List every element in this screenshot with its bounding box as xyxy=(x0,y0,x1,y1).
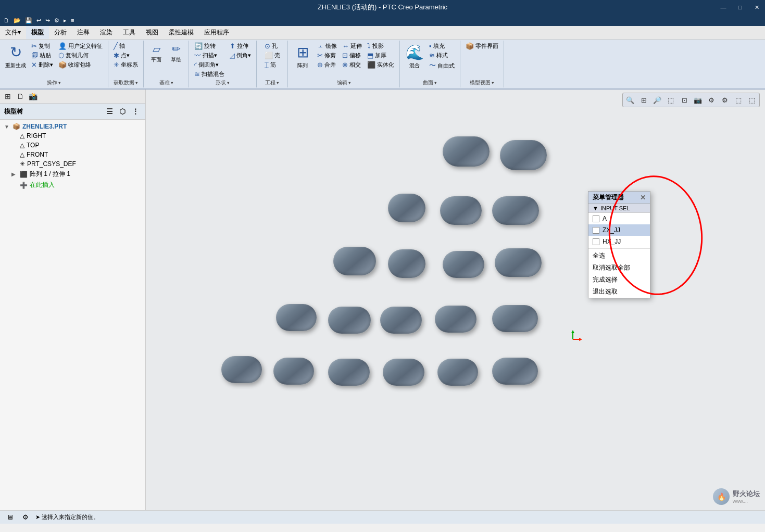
btn-sketch[interactable]: ✏ 草绘 xyxy=(167,42,185,65)
btn-delete[interactable]: ✕删除▾ xyxy=(29,60,55,69)
pill-4[interactable] xyxy=(492,196,539,225)
menu-tools[interactable]: 工具 xyxy=(118,26,141,39)
pill-5[interactable] xyxy=(333,247,376,275)
menu-view[interactable]: 视图 xyxy=(141,26,164,39)
pill-12[interactable] xyxy=(435,306,476,333)
btn-hole[interactable]: ⊙孔 xyxy=(262,42,282,50)
btn-axis[interactable]: ╱轴 xyxy=(111,42,140,50)
btn-style[interactable]: ≋样式 xyxy=(427,51,457,60)
btn-solidify[interactable]: ⬛实体化 xyxy=(365,60,396,69)
btn-round[interactable]: ◜倒圆角▾ xyxy=(192,60,227,69)
btn-merge[interactable]: ⊕合并 xyxy=(315,60,339,69)
btn-revolve[interactable]: 🔄旋转 xyxy=(192,42,227,50)
status-icon-2[interactable]: ⚙ xyxy=(20,512,31,523)
pill-10[interactable] xyxy=(328,307,371,334)
btn-copy[interactable]: ✂复制 xyxy=(29,42,55,50)
btn-extrude[interactable]: ⬆拉伸 xyxy=(228,42,253,50)
btn-shell[interactable]: ⬜壳 xyxy=(262,51,282,60)
btn-mirror[interactable]: ⫠镜像 xyxy=(315,42,339,50)
pill-15[interactable] xyxy=(273,358,314,385)
qa-redo[interactable]: ↪ xyxy=(44,17,52,24)
btn-rib[interactable]: ⌶筋 xyxy=(262,60,282,69)
btn-paste[interactable]: 🗐粘贴 xyxy=(29,51,55,60)
btn-sweep-blend[interactable]: ≋扫描混合 xyxy=(192,70,227,79)
pill-3[interactable] xyxy=(440,196,482,225)
ctx-deselect-all[interactable]: 取消选取全部 xyxy=(588,262,650,274)
qa-new[interactable]: 🗋 xyxy=(2,17,11,24)
btn-regenerate[interactable]: ↻ 重新生成 xyxy=(3,42,28,70)
tree-item-insert[interactable]: ➕ 在此插入 xyxy=(0,180,145,191)
qa-more[interactable]: ≡ xyxy=(69,17,76,24)
btn-shrinkwrap[interactable]: 📦收缩包络 xyxy=(56,60,105,69)
menu-file[interactable]: 文件▾ xyxy=(0,26,26,39)
tree-item-pattern[interactable]: ▶ ⬛ 阵列 1 / 拉伸 1 xyxy=(0,169,145,180)
pill-18[interactable] xyxy=(437,359,478,386)
ctx-complete-selection[interactable]: 完成选择 xyxy=(588,274,650,286)
btn-trim[interactable]: ✂修剪 xyxy=(315,51,339,60)
btn-offset[interactable]: ⊡偏移 xyxy=(340,51,364,60)
pill-19[interactable] xyxy=(492,358,538,385)
pill-6[interactable] xyxy=(388,249,425,278)
btn-sweep[interactable]: 〰扫描▾ xyxy=(192,51,227,60)
menu-apps[interactable]: 应用程序 xyxy=(199,26,234,39)
tree-item-csys[interactable]: ✳ PRT_CSYS_DEF xyxy=(0,159,145,169)
btn-fill[interactable]: ▪填充 xyxy=(427,42,457,50)
minimize-button[interactable]: — xyxy=(715,0,732,15)
btn-extend[interactable]: ↔延伸 xyxy=(340,42,364,50)
qa-open[interactable]: 📂 xyxy=(12,17,22,24)
ctx-item-hxjj[interactable]: HX_JJ xyxy=(588,236,650,247)
checkbox-zxjj[interactable] xyxy=(593,227,599,234)
btn-intersect[interactable]: ⊗相交 xyxy=(340,60,364,69)
pill-7[interactable] xyxy=(443,251,484,278)
checkbox-a[interactable] xyxy=(593,216,599,222)
menu-flexible[interactable]: 柔性建模 xyxy=(164,26,199,39)
ctx-exit-selection[interactable]: 退出选取 xyxy=(588,286,650,298)
viewport[interactable]: 🔍 ⊞ 🔎 ⬚ ⊡ 📷 ⚙ ⚙ ⬚ ⬚ xyxy=(146,90,765,510)
qa-settings[interactable]: ⚙ xyxy=(53,17,61,24)
sidebar-btn-layer[interactable]: 🗋 xyxy=(15,91,26,102)
btn-blend[interactable]: 🌊 混合 xyxy=(403,42,426,70)
pill-0[interactable] xyxy=(443,136,490,167)
pill-14[interactable] xyxy=(221,356,262,383)
sidebar-btn-tree[interactable]: ⊞ xyxy=(2,91,14,102)
tree-settings-btn[interactable]: ☰ xyxy=(104,106,115,117)
btn-point[interactable]: ✱点▾ xyxy=(111,51,140,60)
btn-thicken[interactable]: ⬒加厚 xyxy=(365,51,396,60)
tree-item-right[interactable]: △ RIGHT xyxy=(0,131,145,141)
sidebar-btn-snapshot[interactable]: 📸 xyxy=(27,91,39,102)
close-button[interactable]: ✕ xyxy=(748,0,765,15)
pill-17[interactable] xyxy=(383,359,424,386)
pill-9[interactable] xyxy=(276,304,317,331)
tree-view-btn[interactable]: ⬡ xyxy=(117,106,128,117)
ctx-item-a[interactable]: A xyxy=(588,213,650,224)
pill-1[interactable] xyxy=(500,140,547,170)
btn-chamfer[interactable]: ◿倒角▾ xyxy=(228,51,253,60)
ctx-item-zxjj[interactable]: ZX_JJ xyxy=(588,224,650,236)
menu-analysis[interactable]: 分析 xyxy=(49,26,72,39)
btn-freeform[interactable]: 〜自由式 xyxy=(427,60,457,71)
maximize-button[interactable]: □ xyxy=(732,0,748,15)
tree-item-top[interactable]: △ TOP xyxy=(0,141,145,150)
tree-item-front[interactable]: △ FRONT xyxy=(0,150,145,159)
menu-render[interactable]: 渲染 xyxy=(95,26,118,39)
qa-run[interactable]: ▸ xyxy=(62,17,68,24)
menu-annotation[interactable]: 注释 xyxy=(72,26,95,39)
pill-11[interactable] xyxy=(380,307,422,334)
btn-pattern[interactable]: ⊞ 阵列 xyxy=(291,42,314,70)
ctx-select-all[interactable]: 全选 xyxy=(588,250,650,262)
tree-item-part[interactable]: ▼ 📦 ZHENLIE3.PRT xyxy=(0,122,145,131)
pill-13[interactable] xyxy=(492,305,538,332)
context-menu-close[interactable]: ✕ xyxy=(640,194,646,201)
status-icon-1[interactable]: 🖥 xyxy=(4,512,16,523)
pill-2[interactable] xyxy=(388,194,425,222)
pill-8[interactable] xyxy=(495,248,542,277)
btn-parts-interface[interactable]: 📦零件界面 xyxy=(463,42,500,50)
tree-more-btn[interactable]: ⋮ xyxy=(130,106,141,117)
btn-copy-geom[interactable]: ⬡复制几何 xyxy=(56,51,105,60)
btn-csys[interactable]: ✳坐标系 xyxy=(111,60,140,69)
btn-user-feat[interactable]: 👤用户定义特征 xyxy=(56,42,105,50)
checkbox-hxjj[interactable] xyxy=(593,238,599,245)
qa-undo[interactable]: ↩ xyxy=(35,17,43,24)
menu-model[interactable]: 模型 xyxy=(26,26,49,39)
btn-project[interactable]: ⤵投影 xyxy=(365,42,396,50)
